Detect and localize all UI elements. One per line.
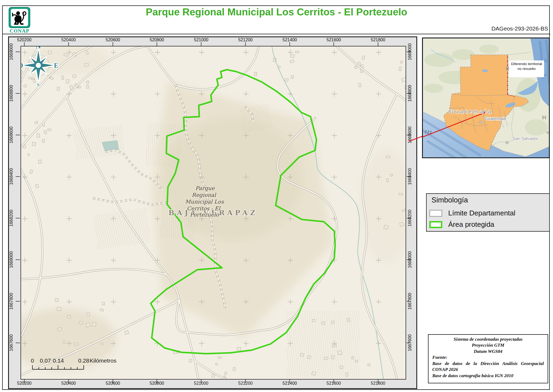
axis-tick-label: 1668200 bbox=[407, 206, 414, 230]
axis-tick-label: 1668800 bbox=[9, 81, 15, 106]
source-label: Fuente: bbox=[432, 354, 544, 360]
axis-tick-label: 521400 bbox=[279, 381, 301, 386]
honduras-label-fragment: H o bbox=[542, 114, 550, 120]
axis-tick-label: 521600 bbox=[323, 38, 345, 42]
inset-san-salvador-label: San Salvador bbox=[512, 136, 539, 141]
axis-tick-label: 1669000 bbox=[9, 40, 15, 64]
axis-tick-label: 1667800 bbox=[407, 289, 414, 313]
axis-tick-label: 520200 bbox=[14, 381, 35, 386]
axis-tick-label: 1667600 bbox=[9, 331, 15, 355]
axis-tick-label: 520600 bbox=[102, 38, 124, 42]
axis-tick-label: 1668400 bbox=[407, 164, 414, 189]
axis-tick-label: 1669000 bbox=[407, 40, 414, 64]
compass-south-label: S bbox=[37, 83, 40, 87]
axis-tick-label: 520600 bbox=[102, 381, 124, 386]
header-divider bbox=[2, 34, 550, 34]
park-label-line: Regional bbox=[192, 192, 216, 198]
axis-tick-label: 1668600 bbox=[407, 123, 414, 147]
axis-tick-label: 521600 bbox=[323, 381, 345, 386]
source-line: Base de datos cartografía básica IGN 201… bbox=[432, 373, 544, 379]
park-label-line: Portezuelo bbox=[190, 211, 219, 218]
legend-item-protected: Área protegida bbox=[429, 220, 494, 229]
source-info-box: Sistema de coordenadas proyectadas Proye… bbox=[428, 334, 548, 383]
axis-tick-label: 521400 bbox=[279, 38, 301, 42]
inset-country-label: Guatemala bbox=[449, 108, 493, 114]
axis-tick-label: 1667800 bbox=[9, 289, 15, 313]
depth-label: 721 bbox=[424, 130, 432, 134]
axis-tick-label: 1668800 bbox=[407, 81, 414, 106]
park-label-line: Parque bbox=[195, 185, 215, 191]
scale-label: 0 bbox=[31, 357, 34, 364]
map-sheet: CONAP Parque Regional Municipal Los Cerr… bbox=[0, 0, 553, 392]
axis-tick-label: 520400 bbox=[58, 381, 79, 386]
scale-label: 0.07 bbox=[40, 357, 51, 364]
document-id: DAGeos-293-2026-BS bbox=[491, 25, 548, 32]
axis-tick-label: 520200 bbox=[14, 38, 35, 42]
legend-title: Simbología bbox=[431, 196, 468, 204]
legend-item-label: Área protegida bbox=[448, 220, 494, 229]
axis-tick-label: 521200 bbox=[235, 38, 256, 42]
axis-tick-label: 521000 bbox=[190, 38, 212, 42]
legend: Simbología Límite Departamental Área pro… bbox=[426, 193, 550, 232]
axis-tick-label: 1668600 bbox=[9, 123, 15, 147]
scale-label: 0.14 bbox=[53, 357, 64, 364]
main-map: BAJA VERAPAZ Parque Regional Municipal L… bbox=[21, 46, 406, 380]
axis-tick-label: 520400 bbox=[58, 38, 79, 42]
compass-north-label: N bbox=[36, 46, 41, 50]
inset-capital-label: Guatemala bbox=[485, 116, 506, 121]
conap-logo-text: CONAP bbox=[6, 28, 32, 34]
axis-tick-label: 521200 bbox=[235, 381, 256, 386]
park-label-line: Municipal Los bbox=[185, 198, 224, 205]
lake-peten-itza bbox=[482, 70, 488, 72]
axis-tick-label: 1667600 bbox=[407, 331, 414, 355]
axis-tick-label: 521000 bbox=[190, 381, 212, 386]
san-salvador-dot bbox=[506, 141, 508, 144]
legend-item-label: Límite Departamental bbox=[448, 209, 515, 217]
protected-area-swatch bbox=[429, 221, 442, 228]
axis-tick-label: 1668000 bbox=[9, 248, 15, 272]
scale-unit-label: Kilómetros bbox=[90, 357, 116, 364]
compass-east-label: E bbox=[54, 62, 59, 69]
axis-tick-label: 1668200 bbox=[9, 206, 15, 230]
compass-west-label: O bbox=[21, 62, 23, 69]
scale-label: 0.28 bbox=[78, 357, 89, 364]
page-title: Parque Regional Municipal Los Cerritos -… bbox=[0, 6, 553, 18]
departmental-boundary-swatch bbox=[429, 210, 442, 217]
park-label-line: Cerritos - El bbox=[187, 205, 221, 212]
projection-line: Proyección GTM bbox=[432, 342, 544, 348]
territorial-dispute-note: Diferendo territorial no resuelto bbox=[509, 60, 544, 77]
city-dot bbox=[547, 131, 549, 134]
axis-tick-label: 521800 bbox=[367, 38, 389, 42]
legend-item-departmental: Límite Departamental bbox=[429, 209, 515, 217]
axis-tick-label: 520800 bbox=[146, 381, 168, 386]
crs-line: Sistema de coordenadas proyectadas bbox=[432, 336, 544, 342]
axis-tick-label: 1668400 bbox=[9, 164, 15, 189]
axis-tick-label: 521800 bbox=[367, 381, 389, 386]
capital-city-dot bbox=[479, 121, 482, 124]
axis-tick-label: 1668000 bbox=[407, 248, 414, 272]
inset-location-map: B G Hond Guatemala Guatemala San Salvado… bbox=[422, 38, 550, 158]
source-line: Base de datos de la Dirección Análisis G… bbox=[432, 361, 544, 373]
axis-tick-label: 520800 bbox=[146, 38, 168, 42]
ocean-label-g: G bbox=[544, 58, 548, 63]
datum-line: Datum WGS84 bbox=[432, 349, 544, 354]
